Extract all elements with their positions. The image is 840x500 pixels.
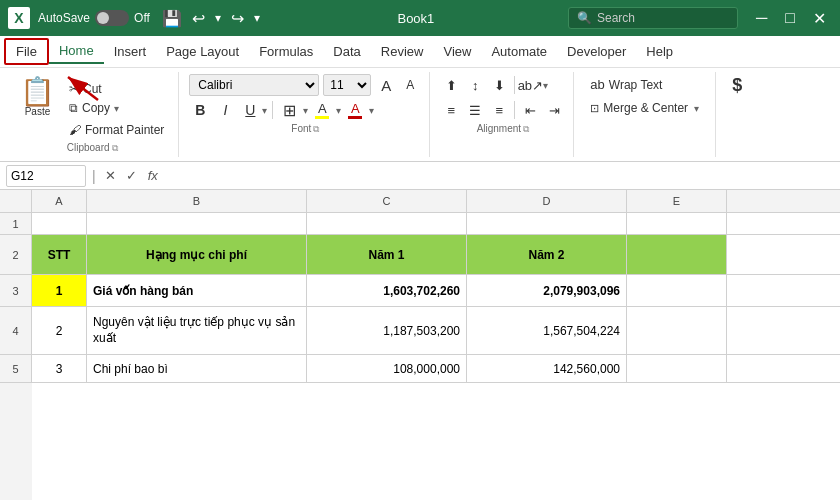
font-expand-icon[interactable]: ⧉ xyxy=(313,124,319,135)
copy-button[interactable]: ⧉ Copy ▾ xyxy=(63,99,170,117)
col-header-d[interactable]: D xyxy=(467,190,627,212)
clipboard-expand-icon[interactable]: ⧉ xyxy=(112,143,118,154)
cell-reference-box[interactable]: G12 xyxy=(6,165,86,187)
menu-item-page-layout[interactable]: Page Layout xyxy=(156,40,249,63)
row-header-3[interactable]: 3 xyxy=(0,275,32,307)
undo-redo-area: 💾 ↩ ▾ ↪ ▾ xyxy=(158,7,264,30)
cell-b1[interactable] xyxy=(87,213,307,234)
cell-a3[interactable]: 1 xyxy=(32,275,87,306)
save-button[interactable]: 💾 xyxy=(158,7,186,30)
col-header-b[interactable]: B xyxy=(87,190,307,212)
redo-button[interactable]: ↪ xyxy=(227,7,248,30)
underline-button[interactable]: U xyxy=(239,99,261,121)
currency-button[interactable]: $ xyxy=(726,74,748,96)
cell-d1[interactable] xyxy=(467,213,627,234)
menu-item-data[interactable]: Data xyxy=(323,40,370,63)
row-header-5[interactable]: 5 xyxy=(0,355,32,383)
col-header-e[interactable]: E xyxy=(627,190,727,212)
spreadsheet-area: A B C D E 1 2 3 4 5 xyxy=(0,190,840,500)
cell-c2[interactable]: Năm 1 xyxy=(307,235,467,274)
align-left-button[interactable]: ≡ xyxy=(440,99,462,121)
cell-d5[interactable]: 142,560,000 xyxy=(467,355,627,382)
autosave-toggle[interactable] xyxy=(95,10,129,26)
search-box[interactable]: 🔍 Search xyxy=(568,7,738,29)
menu-item-file[interactable]: File xyxy=(6,40,47,63)
fill-color-button[interactable]: A xyxy=(311,99,333,121)
cell-c3[interactable]: 1,603,702,260 xyxy=(307,275,467,306)
align-right-button[interactable]: ≡ xyxy=(488,99,510,121)
borders-button[interactable]: ⊞ xyxy=(278,99,300,121)
formula-actions: ✕ ✓ xyxy=(102,168,140,183)
cell-b5[interactable]: Chi phí bao bì xyxy=(87,355,307,382)
align-center-button[interactable]: ☰ xyxy=(464,99,486,121)
cell-a2[interactable]: STT xyxy=(32,235,87,274)
cell-d3[interactable]: 2,079,903,096 xyxy=(467,275,627,306)
cell-c1[interactable] xyxy=(307,213,467,234)
close-button[interactable]: ✕ xyxy=(807,7,832,30)
cell-c4[interactable]: 1,187,503,200 xyxy=(307,307,467,354)
format-painter-icon: 🖌 xyxy=(69,123,81,137)
cell-c5[interactable]: 108,000,000 xyxy=(307,355,467,382)
formula-bar-divider: | xyxy=(90,168,98,184)
cell-d2[interactable]: Năm 2 xyxy=(467,235,627,274)
font-name-select[interactable]: Calibri xyxy=(189,74,319,96)
wrap-text-button[interactable]: ab Wrap Text xyxy=(584,74,707,95)
cell-d4[interactable]: 1,567,504,224 xyxy=(467,307,627,354)
menu-item-review[interactable]: Review xyxy=(371,40,434,63)
menu-item-help[interactable]: Help xyxy=(636,40,683,63)
top-align-button[interactable]: ⬆ xyxy=(440,74,462,96)
font-color-button[interactable]: A xyxy=(344,99,366,121)
menu-item-view[interactable]: View xyxy=(433,40,481,63)
increase-indent-button[interactable]: ⇥ xyxy=(543,99,565,121)
menu-item-automate[interactable]: Automate xyxy=(481,40,557,63)
paste-button[interactable]: 📋 Paste xyxy=(14,74,61,121)
undo-button[interactable]: ↩ xyxy=(188,7,209,30)
cell-e2[interactable] xyxy=(627,235,727,274)
format-painter-label: Format Painter xyxy=(85,123,164,137)
copy-icon: ⧉ xyxy=(69,101,78,115)
format-painter-button[interactable]: 🖌 Format Painter xyxy=(63,120,170,140)
formula-input[interactable] xyxy=(166,169,834,183)
orientation-button[interactable]: ab↗ xyxy=(519,74,541,96)
cell-b4[interactable]: Nguyên vật liệu trực tiếp phục vụ sản xu… xyxy=(87,307,307,354)
cell-e3[interactable] xyxy=(627,275,727,306)
shrink-font-button[interactable]: A xyxy=(399,74,421,96)
italic-button[interactable]: I xyxy=(214,99,236,121)
menu-item-developer[interactable]: Developer xyxy=(557,40,636,63)
cell-a1[interactable] xyxy=(32,213,87,234)
merge-center-button[interactable]: ⊡ Merge & Center ▾ xyxy=(584,98,707,118)
cut-button[interactable]: ✂ Cut xyxy=(63,80,170,98)
alignment-expand-icon[interactable]: ⧉ xyxy=(523,124,529,135)
col-header-a[interactable]: A xyxy=(32,190,87,212)
row-header-4[interactable]: 4 xyxy=(0,307,32,355)
ribbon: File Home Insert Page Layout Formulas Da… xyxy=(0,36,840,162)
cell-a4[interactable]: 2 xyxy=(32,307,87,354)
formula-bar: G12 | ✕ ✓ fx xyxy=(0,162,840,190)
cell-b3[interactable]: Giá vốn hàng bán xyxy=(87,275,307,306)
cell-e1[interactable] xyxy=(627,213,727,234)
restore-button[interactable]: □ xyxy=(779,7,801,30)
cell-a5[interactable]: 3 xyxy=(32,355,87,382)
cell-b2[interactable]: Hạng mục chi phí xyxy=(87,235,307,274)
font-size-select[interactable]: 11 xyxy=(323,74,371,96)
row-header-2[interactable]: 2 xyxy=(0,235,32,275)
table-row: 1 Giá vốn hàng bán 1,603,702,260 2,079,9… xyxy=(32,275,840,307)
row-header-1[interactable]: 1 xyxy=(0,213,32,235)
cancel-formula-button[interactable]: ✕ xyxy=(102,168,119,183)
col-header-c[interactable]: C xyxy=(307,190,467,212)
menu-item-home[interactable]: Home xyxy=(49,39,104,64)
table-row: STT Hạng mục chi phí Năm 1 Năm 2 xyxy=(32,235,840,275)
grow-font-button[interactable]: A xyxy=(375,74,397,96)
corner-cell xyxy=(0,190,32,212)
bottom-align-button[interactable]: ⬇ xyxy=(488,74,510,96)
minimize-button[interactable]: ─ xyxy=(750,7,773,30)
decrease-indent-button[interactable]: ⇤ xyxy=(519,99,541,121)
cell-e5[interactable] xyxy=(627,355,727,382)
menu-item-formulas[interactable]: Formulas xyxy=(249,40,323,63)
cell-e4[interactable] xyxy=(627,307,727,354)
workbook-title: Book1 xyxy=(272,11,560,26)
middle-align-button[interactable]: ↕ xyxy=(464,74,486,96)
bold-button[interactable]: B xyxy=(189,99,211,121)
menu-item-insert[interactable]: Insert xyxy=(104,40,157,63)
confirm-formula-button[interactable]: ✓ xyxy=(123,168,140,183)
